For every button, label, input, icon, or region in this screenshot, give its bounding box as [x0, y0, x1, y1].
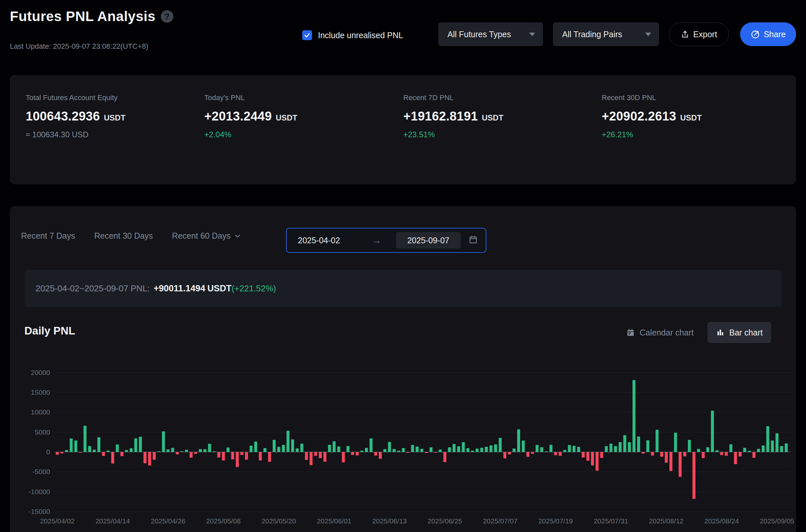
pnl-bar[interactable]	[471, 451, 474, 452]
pnl-bar[interactable]	[310, 452, 313, 465]
pnl-bar[interactable]	[619, 442, 622, 452]
pnl-bar[interactable]	[633, 380, 636, 452]
pnl-bar[interactable]	[720, 452, 723, 455]
pnl-bar[interactable]	[739, 452, 742, 457]
pnl-bar[interactable]	[536, 445, 539, 452]
pnl-bar[interactable]	[448, 448, 451, 452]
pnl-bar[interactable]	[296, 449, 299, 452]
pnl-bar[interactable]	[305, 452, 308, 460]
pnl-bar[interactable]	[121, 452, 124, 456]
pnl-bar[interactable]	[139, 437, 142, 452]
pnl-bar[interactable]	[268, 452, 271, 462]
pnl-bar[interactable]	[273, 440, 276, 452]
pnl-bar[interactable]	[457, 446, 460, 452]
pnl-bar[interactable]	[416, 446, 419, 452]
pnl-bar[interactable]	[144, 452, 147, 463]
pnl-bar[interactable]	[93, 450, 96, 452]
pnl-bar[interactable]	[65, 450, 68, 452]
pnl-bar[interactable]	[319, 452, 322, 458]
pnl-bar[interactable]	[716, 450, 719, 452]
pnl-bar[interactable]	[347, 446, 350, 452]
pnl-bar[interactable]	[218, 452, 220, 458]
pnl-bar[interactable]	[614, 446, 617, 452]
pnl-bar[interactable]	[683, 452, 686, 456]
pnl-bar[interactable]	[134, 438, 138, 452]
date-to-pill[interactable]: 2025-09-07	[396, 232, 461, 249]
pnl-bar[interactable]	[162, 431, 165, 452]
pnl-bar[interactable]	[499, 438, 502, 452]
pnl-bar[interactable]	[287, 431, 290, 452]
pnl-bar[interactable]	[582, 452, 585, 458]
pnl-bar[interactable]	[379, 452, 382, 459]
pnl-bar[interactable]	[596, 452, 599, 471]
pnl-bar[interactable]	[725, 452, 728, 456]
pnl-bar[interactable]	[767, 426, 769, 452]
pnl-bar[interactable]	[342, 452, 345, 462]
pnl-bar[interactable]	[554, 452, 557, 455]
calendar-icon[interactable]	[469, 235, 478, 246]
pnl-bar[interactable]	[398, 451, 400, 452]
pnl-bar[interactable]	[637, 437, 640, 452]
pnl-bar[interactable]	[646, 440, 649, 452]
pnl-bar[interactable]	[70, 438, 73, 452]
share-button[interactable]: Share	[740, 22, 796, 46]
pnl-bar[interactable]	[517, 429, 520, 452]
tab-recent-30-days[interactable]: Recent 30 Days	[94, 231, 153, 241]
pnl-bar[interactable]	[148, 452, 151, 466]
pnl-bar[interactable]	[351, 452, 354, 455]
trading-pairs-select[interactable]: All Trading Pairs	[553, 22, 659, 46]
pnl-bar[interactable]	[568, 445, 571, 452]
pnl-bar[interactable]	[485, 447, 488, 452]
pnl-bar[interactable]	[300, 444, 304, 452]
pnl-bar[interactable]	[314, 452, 317, 456]
date-range-picker[interactable]: 2025-04-02 → 2025-09-07	[286, 228, 487, 253]
pnl-bar[interactable]	[365, 448, 368, 452]
pnl-bar[interactable]	[776, 433, 778, 452]
pnl-bar[interactable]	[291, 439, 294, 452]
pnl-bar[interactable]	[490, 445, 493, 452]
pnl-bar[interactable]	[674, 433, 677, 452]
pnl-bar[interactable]	[453, 444, 456, 452]
pnl-bar[interactable]	[254, 441, 257, 452]
pnl-bar[interactable]	[250, 446, 253, 452]
pnl-bar[interactable]	[665, 452, 668, 462]
pnl-bar[interactable]	[462, 442, 465, 452]
pnl-bar[interactable]	[527, 452, 530, 457]
pnl-bar[interactable]	[171, 448, 174, 452]
pnl-bar[interactable]	[628, 442, 631, 452]
pnl-bar[interactable]	[748, 451, 751, 452]
pnl-bar[interactable]	[577, 447, 580, 452]
pnl-bar[interactable]	[600, 452, 603, 458]
pnl-bar[interactable]	[411, 445, 414, 452]
pnl-bar[interactable]	[642, 452, 645, 454]
export-button[interactable]: Export	[669, 22, 729, 46]
pnl-bar[interactable]	[711, 411, 714, 452]
pnl-bar[interactable]	[480, 448, 483, 452]
pnl-bar[interactable]	[610, 444, 612, 452]
pnl-bar[interactable]	[333, 441, 336, 452]
pnl-bar[interactable]	[656, 430, 659, 452]
pnl-bar[interactable]	[388, 442, 391, 452]
pnl-bar[interactable]	[443, 452, 446, 462]
pnl-bar[interactable]	[116, 444, 119, 452]
pnl-bar[interactable]	[494, 444, 497, 452]
pnl-bar[interactable]	[107, 451, 110, 452]
pnl-bar[interactable]	[508, 452, 511, 454]
pnl-bar[interactable]	[430, 448, 433, 452]
pnl-bar[interactable]	[697, 449, 700, 452]
pnl-bar[interactable]	[374, 452, 377, 456]
pnl-bar[interactable]	[282, 445, 285, 452]
pnl-bar[interactable]	[744, 448, 746, 452]
calendar-chart-toggle[interactable]: Calendar chart	[626, 328, 694, 338]
pnl-bar[interactable]	[337, 446, 341, 452]
pnl-bar[interactable]	[753, 452, 756, 458]
pnl-bar[interactable]	[541, 447, 543, 452]
pnl-bar[interactable]	[651, 452, 654, 456]
pnl-bar[interactable]	[730, 444, 733, 452]
pnl-bar[interactable]	[679, 452, 682, 477]
pnl-bar[interactable]	[102, 452, 105, 456]
pnl-bar[interactable]	[702, 452, 705, 458]
pnl-bar[interactable]	[56, 452, 59, 455]
pnl-bar[interactable]	[420, 449, 423, 452]
pnl-bar[interactable]	[762, 445, 765, 452]
